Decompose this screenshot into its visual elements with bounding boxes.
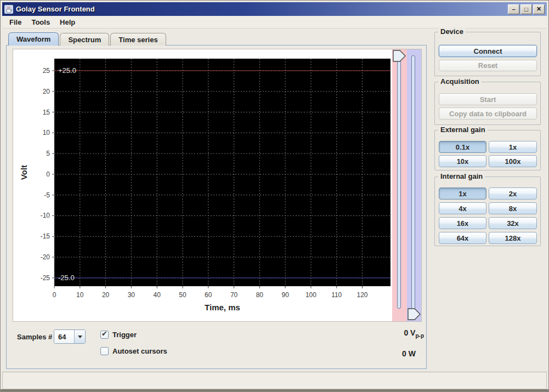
status-bar <box>2 372 547 389</box>
samples-combobox[interactable]: 64 <box>54 329 86 344</box>
svg-text:25: 25 <box>43 67 50 75</box>
svg-text:5: 5 <box>46 150 50 157</box>
y-axis-title: Volt <box>19 165 29 180</box>
dropdown-button[interactable] <box>74 330 85 343</box>
internal-gain-8x-button[interactable]: 8x <box>489 202 537 214</box>
internal-gain-16x-button[interactable]: 16x <box>439 217 486 229</box>
svg-text:0: 0 <box>53 291 56 299</box>
trigger-label: Trigger <box>112 331 137 339</box>
internal-gain-128x-button[interactable]: 128x <box>489 232 537 244</box>
app-window: Golay Sensor Frontend – □ ✕ File Tools H… <box>0 0 549 392</box>
svg-text:-5: -5 <box>44 191 50 199</box>
acquisition-group-title: Acquisition <box>438 77 482 86</box>
maximize-button[interactable]: □ <box>520 4 532 14</box>
internal-gain-4x-button[interactable]: 4x <box>439 202 486 214</box>
samples-label: Samples # <box>17 333 52 341</box>
waveform-chart: 0102030405060708090100110120-25-20-15-10… <box>13 49 392 321</box>
external-gain-10x-button[interactable]: 10x <box>439 155 486 167</box>
svg-text:-20: -20 <box>41 253 50 261</box>
svg-text:-25: -25 <box>41 274 50 282</box>
lower-slider-track[interactable] <box>411 55 415 315</box>
menu-bar: File Tools Help <box>2 16 547 29</box>
svg-text:20: 20 <box>43 88 50 95</box>
external-gain-1x-button[interactable]: 1x <box>489 141 537 153</box>
autoset-checkbox-row[interactable]: Autoset cursors <box>100 347 167 355</box>
tab-waveform[interactable]: Waveform <box>8 32 59 46</box>
svg-text:-10: -10 <box>41 212 50 219</box>
internal-gain-32x-button[interactable]: 32x <box>489 217 537 229</box>
svg-text:10: 10 <box>76 291 84 299</box>
title-bar: Golay Sensor Frontend – □ ✕ <box>2 2 547 16</box>
internal-gain-1x-button[interactable]: 1x <box>439 188 486 200</box>
copy-data-button[interactable]: Copy data to clipboard <box>439 107 537 120</box>
autoset-label: Autoset cursors <box>112 347 167 355</box>
external-gain-group-title: External gain <box>438 126 488 134</box>
upper-cursor-label: +25.0 <box>58 66 76 75</box>
samples-value: 64 <box>54 330 74 343</box>
upper-cursor-slider[interactable] <box>392 49 407 321</box>
menu-item-tools[interactable]: Tools <box>26 16 55 28</box>
reset-button[interactable]: Reset <box>439 60 537 71</box>
svg-text:20: 20 <box>102 291 110 299</box>
external-gain-group: External gain 0.1x 1x 10x 100x <box>434 130 541 171</box>
lower-cursor-label: -25.0 <box>58 274 75 282</box>
java-app-icon <box>4 5 13 14</box>
tab-strip: Waveform Spectrum Time series <box>8 32 167 46</box>
upper-slider-thumb-icon[interactable] <box>393 50 406 62</box>
chart-area: 0102030405060708090100110120-25-20-15-10… <box>13 49 422 322</box>
external-gain-0.1x-button[interactable]: 0.1x <box>439 141 486 153</box>
window-bottom-edge <box>1 389 548 391</box>
start-button[interactable]: Start <box>439 93 537 105</box>
svg-text:100: 100 <box>305 291 316 299</box>
svg-text:15: 15 <box>43 109 50 116</box>
svg-text:70: 70 <box>230 291 238 299</box>
internal-gain-2x-button[interactable]: 2x <box>489 188 537 200</box>
minimize-button[interactable]: – <box>508 4 519 14</box>
device-group: Device Connect Reset <box>434 32 541 76</box>
svg-text:0: 0 <box>46 171 50 178</box>
svg-text:120: 120 <box>357 291 368 299</box>
svg-text:80: 80 <box>256 291 264 299</box>
trigger-checkbox[interactable] <box>100 331 109 339</box>
x-axis-title: Time, ms <box>205 303 240 312</box>
svg-text:60: 60 <box>205 291 212 299</box>
menu-item-help[interactable]: Help <box>55 16 80 28</box>
svg-text:-15: -15 <box>41 232 50 240</box>
lower-slider-thumb-icon[interactable] <box>407 308 421 320</box>
tab-time-series[interactable]: Time series <box>110 33 166 46</box>
plot-background <box>54 59 390 286</box>
acquisition-group: Acquisition Start Copy data to clipboard <box>434 82 541 125</box>
internal-gain-group: Internal gain 1x 2x 4x 8x 16x 32x 64x 12… <box>434 177 541 246</box>
window-title: Golay Sensor Frontend <box>16 5 508 13</box>
close-button[interactable]: ✕ <box>533 4 545 14</box>
internal-gain-group-title: Internal gain <box>438 172 485 180</box>
svg-text:10: 10 <box>43 129 50 137</box>
tab-spectrum[interactable]: Spectrum <box>60 33 109 46</box>
svg-text:90: 90 <box>281 291 289 299</box>
connect-button[interactable]: Connect <box>439 45 537 57</box>
menu-item-file[interactable]: File <box>4 16 26 28</box>
svg-text:30: 30 <box>128 291 135 299</box>
autoset-checkbox[interactable] <box>100 347 109 355</box>
internal-gain-64x-button[interactable]: 64x <box>439 232 486 244</box>
upper-slider-track[interactable] <box>397 55 401 309</box>
device-group-title: Device <box>438 27 466 36</box>
external-gain-100x-button[interactable]: 100x <box>489 155 537 167</box>
vpp-readout: 0 Vp-p <box>369 328 424 339</box>
svg-text:40: 40 <box>153 291 161 299</box>
svg-text:50: 50 <box>179 291 186 299</box>
chevron-down-icon <box>78 336 82 338</box>
lower-cursor-slider[interactable] <box>407 49 421 321</box>
power-readout: 0 W <box>369 349 416 358</box>
svg-text:110: 110 <box>331 291 342 299</box>
trigger-checkbox-row[interactable]: Trigger <box>100 331 137 339</box>
